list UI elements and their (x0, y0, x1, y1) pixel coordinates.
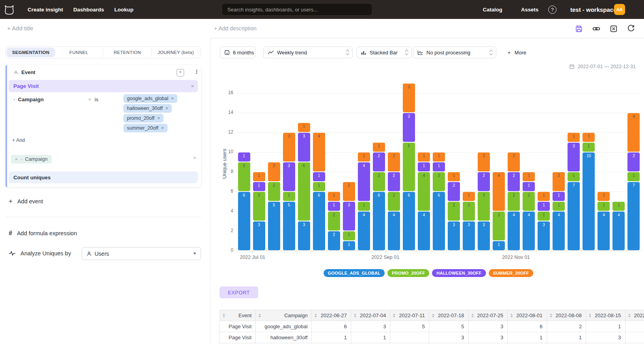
bar-segment-google_ads_global[interactable]: 3 (448, 221, 460, 250)
bar-segment-google_ads_global[interactable]: 4 (597, 212, 610, 250)
bar-segment-summer_20off[interactable]: 1 (253, 172, 265, 181)
table-header-cell[interactable]: 2022-08-22 (625, 310, 644, 321)
bar-segment-summer_20off[interactable]: 1 (583, 133, 595, 142)
close-box-icon[interactable] (609, 24, 618, 33)
bar-segment-halloween_30off[interactable]: 3 (283, 162, 295, 191)
sort-icon[interactable] (510, 314, 513, 318)
bar-segment-promo_20off[interactable]: 2 (463, 202, 475, 221)
bar-segment-halloween_30off[interactable]: 1 (523, 182, 535, 191)
add-formula-button[interactable]: # Add formula expression (9, 230, 77, 237)
bar-segment-google_ads_global[interactable]: 2 (328, 231, 340, 250)
sort-icon[interactable] (628, 314, 631, 318)
bar-segment-summer_20off[interactable]: 4 (313, 133, 325, 171)
bar-segment-google_ads_global[interactable]: 3 (298, 221, 310, 250)
filter-value-tag[interactable]: halloween_30off× (123, 104, 172, 113)
bar-segment-halloween_30off[interactable]: 2 (627, 152, 640, 171)
bar-segment-google_ads_global[interactable]: 4 (523, 212, 535, 250)
table-header-cell[interactable]: 2022-08-01 (508, 310, 547, 321)
bar-segment-summer_20off[interactable]: 2 (553, 172, 565, 191)
table-header-cell[interactable]: 2022-07-04 (351, 310, 390, 321)
bar-segment-promo_20off[interactable]: 2 (373, 172, 385, 191)
aggregation-selector[interactable]: Count uniques (9, 171, 198, 183)
cat-logo-icon[interactable] (4, 4, 15, 15)
bar-segment-summer_20off[interactable]: 1 (298, 123, 310, 132)
bar-segment-google_ads_global[interactable]: 6 (313, 192, 325, 250)
remove-tag-icon[interactable]: × (161, 125, 164, 131)
bar-segment-summer_20off[interactable]: 1 (463, 192, 475, 201)
bar-segment-google_ads_global[interactable]: 5 (283, 202, 295, 250)
bar-segment-promo_20off[interactable]: 3 (493, 212, 505, 240)
bar-segment-summer_20off[interactable]: 2 (478, 152, 490, 171)
bar-segment-halloween_30off[interactable]: 2 (448, 182, 460, 201)
bar-segment-promo_20off[interactable]: 4 (418, 172, 430, 211)
bar-segment-summer_20off[interactable]: 1 (538, 192, 550, 201)
bar-segment-google_ads_global[interactable]: 4 (508, 212, 520, 250)
sort-icon[interactable] (393, 314, 395, 318)
tab-segmentation[interactable]: SEGMENTATION (7, 48, 55, 57)
table-header-cell[interactable]: 2022-08-15 (586, 310, 625, 321)
remove-breakdown-icon[interactable]: × (15, 157, 17, 162)
bar-segment-summer_20off[interactable]: 1 (523, 172, 535, 181)
filter-value-tag[interactable]: summer_20off× (123, 124, 168, 132)
filter-value-tag[interactable]: promo_20off× (123, 114, 164, 123)
bar-segment-promo_20off[interactable]: 1 (283, 192, 295, 201)
bar-segment-halloween_30off[interactable]: 3 (403, 113, 415, 142)
bar-segment-google_ads_global[interactable]: 4 (553, 212, 565, 250)
bar-segment-promo_20off[interactable]: 2 (268, 182, 280, 201)
bar-segment-halloween_30off[interactable]: 2 (373, 152, 385, 171)
table-header-cell[interactable]: 2022-06-27 (312, 310, 351, 321)
remove-tag-icon[interactable]: × (166, 106, 168, 111)
bar-segment-halloween_30off[interactable]: 1 (253, 182, 265, 191)
date-window-button[interactable]: 6 months (220, 46, 255, 58)
bar-segment-promo_20off[interactable]: 6 (298, 162, 310, 221)
bar-segment-summer_20off[interactable]: 1 (433, 152, 445, 162)
bar-segment-summer_20off[interactable]: 2 (268, 162, 280, 181)
bar-segment-summer_20off[interactable]: 1 (418, 152, 430, 162)
add-title-button[interactable]: + Add title (7, 25, 33, 32)
bar-segment-halloween_30off[interactable]: 1 (418, 162, 430, 171)
bar-segment-promo_20off[interactable]: 1 (568, 172, 580, 181)
bar-segment-summer_20off[interactable]: 1 (373, 143, 385, 152)
bar-segment-halloween_30off[interactable]: 2 (478, 172, 490, 191)
bar-segment-halloween_30off[interactable]: 3 (568, 143, 580, 171)
search-input[interactable] (221, 3, 372, 16)
bar-segment-halloween_30off[interactable]: 3 (298, 133, 310, 162)
bar-segment-promo_20off[interactable]: 2 (523, 192, 535, 211)
bar-segment-google_ads_global[interactable]: 3 (463, 221, 475, 250)
bar-segment-google_ads_global[interactable]: 5 (268, 202, 280, 250)
bar-segment-promo_20off[interactable]: 5 (403, 143, 415, 191)
bar-segment-promo_20off[interactable]: 3 (253, 192, 265, 221)
bar-segment-halloween_30off[interactable]: 1 (433, 162, 445, 171)
nav-catalog[interactable]: Catalog (483, 0, 503, 19)
sort-icon[interactable] (550, 314, 552, 318)
bar-segment-halloween_30off[interactable]: 2 (388, 172, 400, 191)
bar-segment-promo_20off[interactable]: 2 (388, 192, 400, 211)
bar-segment-google_ads_global[interactable]: 4 (358, 212, 370, 250)
bar-segment-promo_20off[interactable]: 3 (478, 192, 490, 221)
bar-segment-promo_20off[interactable]: 2 (433, 172, 445, 191)
clear-breakdown-icon[interactable]: × (193, 155, 196, 161)
remove-event-icon[interactable]: × (191, 83, 194, 89)
save-icon[interactable] (575, 24, 583, 33)
bar-segment-promo_20off[interactable]: 3 (238, 162, 250, 191)
legend-pill-promo_20off[interactable]: PROMO_20OFF (387, 269, 429, 277)
bar-segment-summer_20off[interactable]: 2 (508, 152, 520, 171)
sort-icon[interactable] (259, 314, 261, 318)
analyze-by-select[interactable]: Users (82, 247, 201, 260)
table-header-cell[interactable]: Event (220, 310, 256, 321)
bar-segment-summer_20off[interactable]: 3 (403, 84, 415, 112)
bar-segment-google_ads_global[interactable]: 7 (627, 182, 640, 250)
bar-segment-google_ads_global[interactable]: 6 (238, 192, 250, 250)
more-button[interactable]: + More (508, 46, 526, 58)
legend-pill-halloween_30off[interactable]: HALLOWEEN_30OFF (432, 269, 486, 277)
tab-funnel[interactable]: FUNNEL (55, 48, 103, 57)
table-header-cell[interactable]: 2022-07-18 (429, 310, 469, 321)
bar-segment-google_ads_global[interactable]: 1 (343, 241, 355, 250)
breakdown-chip[interactable]: ×·Campaign (11, 155, 52, 164)
remove-tag-icon[interactable]: × (157, 115, 160, 121)
bar-segment-summer_20off[interactable]: 4 (627, 113, 640, 152)
sort-icon[interactable] (354, 314, 356, 318)
post-processing-select[interactable]: No post processing (413, 46, 496, 58)
filter-property[interactable]: ·Campaign (13, 97, 44, 102)
table-header-cell[interactable]: 2022-07-11 (390, 310, 429, 321)
